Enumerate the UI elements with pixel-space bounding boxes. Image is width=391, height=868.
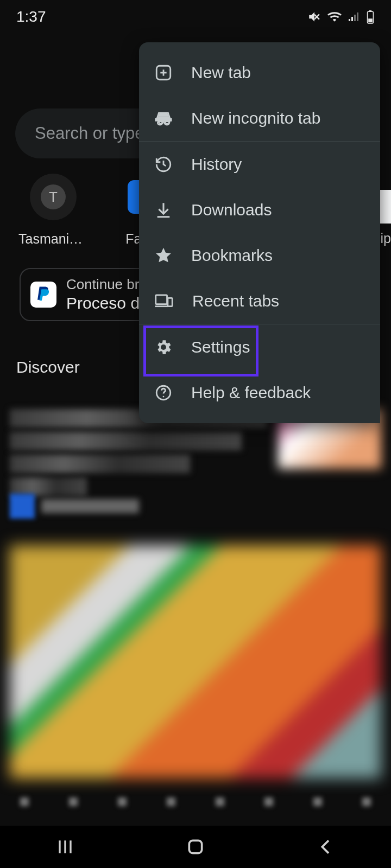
paypal-icon xyxy=(30,282,56,308)
menu-item-recent-tabs[interactable]: Recent tabs xyxy=(139,278,380,324)
wifi-icon xyxy=(327,10,342,24)
mute-icon xyxy=(307,10,321,24)
incognito-icon xyxy=(154,109,173,127)
shortcut-label: Tasmania… xyxy=(18,231,88,247)
menu-item-label: Downloads xyxy=(191,201,272,219)
menu-item-label: History xyxy=(191,155,242,174)
recents-button[interactable] xyxy=(54,836,76,858)
system-nav-bar xyxy=(0,826,391,868)
menu-item-label: New incognito tab xyxy=(191,109,320,127)
feed-blurred-strip xyxy=(0,797,391,817)
svg-rect-6 xyxy=(189,840,201,853)
menu-item-new-incognito-tab[interactable]: New incognito tab xyxy=(139,95,380,141)
menu-item-history[interactable]: History xyxy=(139,142,380,187)
status-time: 1:37 xyxy=(16,8,46,25)
menu-item-label: Help & feedback xyxy=(191,384,311,402)
svg-rect-2 xyxy=(368,18,373,22)
status-bar: 1:37 xyxy=(0,0,391,34)
feed-card-1-meta xyxy=(10,494,381,519)
status-icons xyxy=(307,10,375,24)
back-button[interactable] xyxy=(315,836,337,858)
menu-item-help-feedback[interactable]: Help & feedback xyxy=(139,370,380,416)
menu-item-label: Settings xyxy=(191,338,250,356)
menu-item-downloads[interactable]: Downloads xyxy=(139,187,380,233)
star-icon xyxy=(154,246,173,265)
shortcut-letter-icon: T xyxy=(41,184,66,209)
devices-icon xyxy=(154,292,174,310)
shortcut-label: ip xyxy=(381,231,391,246)
shortcut-circle: T xyxy=(30,174,77,220)
source-label-blurred xyxy=(41,499,139,513)
shortcut-tasmania[interactable]: T Tasmania… xyxy=(15,174,91,247)
signal-icon xyxy=(348,10,361,23)
menu-item-label: New tab xyxy=(191,63,251,82)
source-favicon-blurred xyxy=(10,494,35,519)
discover-heading: Discover xyxy=(16,358,80,376)
plus-square-icon xyxy=(154,63,173,82)
menu-item-settings[interactable]: Settings xyxy=(139,324,380,370)
history-icon xyxy=(154,155,173,174)
menu-item-new-tab[interactable]: New tab xyxy=(139,50,380,95)
svg-point-18 xyxy=(163,396,165,398)
menu-item-bookmarks[interactable]: Bookmarks xyxy=(139,233,380,278)
svg-rect-1 xyxy=(369,10,371,12)
menu-item-label: Recent tabs xyxy=(192,292,279,310)
svg-rect-14 xyxy=(156,295,167,304)
battery-icon xyxy=(366,10,375,24)
home-button[interactable] xyxy=(185,836,206,858)
menu-item-label: Bookmarks xyxy=(191,246,273,265)
gear-icon xyxy=(154,338,173,356)
question-icon xyxy=(154,384,173,402)
download-icon xyxy=(154,201,173,219)
overflow-menu: New tab New incognito tab History Downlo… xyxy=(139,42,380,423)
feed-card-2-image[interactable] xyxy=(10,545,381,778)
svg-rect-16 xyxy=(168,298,172,306)
